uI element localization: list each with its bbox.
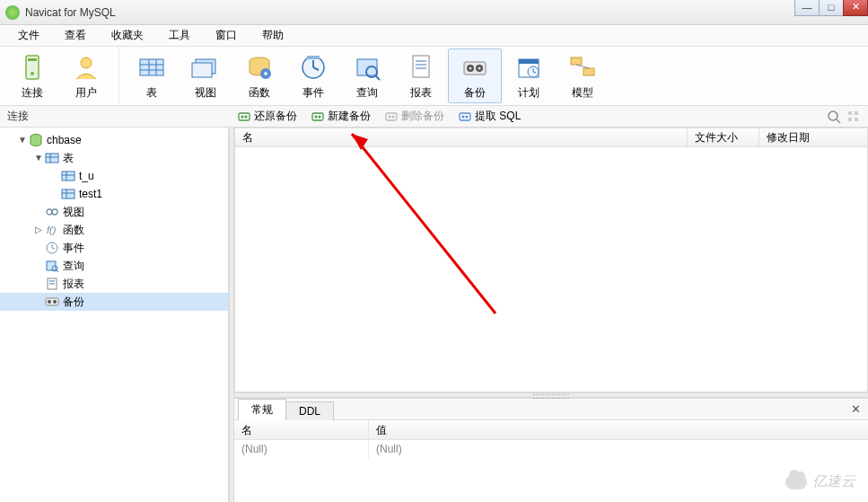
tabstrip: 常规 DDL ✕ bbox=[234, 399, 868, 420]
view-icon bbox=[189, 51, 222, 84]
tree-toggle-icon[interactable]: ▷ bbox=[34, 225, 43, 234]
model-icon bbox=[566, 51, 599, 84]
window-title: Navicat for MySQL bbox=[25, 6, 116, 19]
menubar: 文件 查看 收藏夹 工具 窗口 帮助 bbox=[0, 25, 868, 47]
toolbar-schedule-button[interactable]: 计划 bbox=[502, 48, 556, 103]
tree-item-report-leaf[interactable]: 报表 bbox=[0, 275, 228, 293]
toolbar-view-button[interactable]: 视图 bbox=[179, 48, 232, 103]
subbar-extract-sql-action[interactable]: 提取 SQL bbox=[455, 108, 524, 125]
tab-general[interactable]: 常规 bbox=[238, 399, 286, 420]
svg-point-65 bbox=[47, 209, 52, 215]
list-body bbox=[234, 147, 868, 392]
svg-point-42 bbox=[319, 115, 321, 118]
tree-item-table-leaf[interactable]: t_u bbox=[0, 167, 228, 185]
new-backup-icon bbox=[311, 110, 324, 123]
toolbar-label: 报表 bbox=[410, 85, 432, 101]
user-icon bbox=[70, 51, 102, 84]
menu-file[interactable]: 文件 bbox=[5, 25, 52, 46]
toolbar-model-button[interactable]: 模型 bbox=[556, 48, 609, 103]
tree-toggle-icon bbox=[34, 279, 43, 288]
toolbar-function-button[interactable]: 函数 bbox=[232, 48, 286, 103]
tree-item-label: 备份 bbox=[63, 295, 84, 310]
tree-toggle-icon bbox=[34, 243, 43, 252]
tree-toggle-icon bbox=[34, 207, 43, 216]
list-col-name[interactable]: 名 bbox=[235, 128, 688, 146]
list-col-size[interactable]: 文件大小 bbox=[688, 128, 759, 146]
toolbar-table-button[interactable]: 表 bbox=[125, 48, 179, 103]
subbar: 连接 还原备份新建备份删除备份提取 SQL bbox=[0, 106, 868, 128]
content: 名 文件大小 修改日期 常规 DDL ✕ 名 值 (Nul bbox=[234, 128, 868, 502]
tree-toggle-icon[interactable]: ▼ bbox=[18, 136, 27, 145]
query-leaf-icon bbox=[45, 259, 59, 273]
tree-item-database[interactable]: ▼chbase bbox=[0, 131, 228, 149]
toolbar-label: 查询 bbox=[356, 85, 378, 101]
svg-point-79 bbox=[48, 300, 51, 304]
toolbar-label: 表 bbox=[146, 85, 157, 101]
grid-view-icon[interactable] bbox=[846, 110, 861, 124]
svg-rect-43 bbox=[386, 113, 397, 120]
toolbar-backup-button[interactable]: 备份 bbox=[448, 48, 502, 103]
svg-rect-16 bbox=[307, 56, 320, 59]
tree-item-view-leaf[interactable]: 视图 bbox=[0, 203, 228, 221]
table-leaf-icon bbox=[61, 169, 75, 183]
svg-point-28 bbox=[478, 67, 481, 70]
bottom-col-name: 名 bbox=[234, 420, 369, 439]
tree-toggle-icon[interactable]: ▼ bbox=[34, 154, 43, 163]
close-button[interactable]: ✕ bbox=[843, 0, 868, 16]
svg-rect-46 bbox=[460, 113, 470, 120]
bottom-cell-name: (Null) bbox=[234, 440, 369, 460]
tables-icon bbox=[45, 151, 59, 165]
maximize-button[interactable]: □ bbox=[819, 0, 844, 16]
svg-rect-35 bbox=[583, 68, 594, 75]
menu-tools[interactable]: 工具 bbox=[156, 25, 203, 46]
window-controls: — □ ✕ bbox=[795, 0, 868, 16]
toolbar-label: 连接 bbox=[22, 85, 43, 101]
tab-close-icon[interactable]: ✕ bbox=[851, 402, 861, 416]
tree-item-table-leaf[interactable]: test1 bbox=[0, 185, 228, 203]
toolbar-user-button[interactable]: 用户 bbox=[59, 48, 113, 103]
minimize-button[interactable]: — bbox=[794, 0, 820, 16]
svg-rect-4 bbox=[140, 59, 163, 75]
schedule-icon bbox=[513, 51, 545, 84]
svg-point-39 bbox=[245, 115, 248, 118]
menu-help[interactable]: 帮助 bbox=[250, 25, 296, 46]
subbar-restore-action[interactable]: 还原备份 bbox=[234, 108, 301, 125]
tree-item-backup-leaf[interactable]: 备份 bbox=[0, 293, 228, 311]
bottom-grid: 名 值 (Null) (Null) bbox=[234, 420, 868, 502]
svg-point-45 bbox=[392, 115, 395, 118]
toolbar-event-button[interactable]: 事件 bbox=[286, 48, 340, 103]
toolbar-connection-button[interactable]: 连接 bbox=[5, 48, 59, 103]
svg-point-47 bbox=[462, 115, 465, 118]
toolbar-query-button[interactable]: 查询 bbox=[340, 48, 394, 103]
tree-item-func-leaf[interactable]: ▷f()函数 bbox=[0, 221, 228, 239]
table-leaf-icon bbox=[61, 187, 75, 201]
tree-item-query-leaf[interactable]: 查询 bbox=[0, 257, 228, 275]
list-col-date[interactable]: 修改日期 bbox=[759, 128, 867, 146]
tree-item-label: 函数 bbox=[63, 223, 84, 238]
delete-backup-icon bbox=[385, 110, 398, 123]
tree-item-tables[interactable]: ▼表 bbox=[0, 149, 228, 167]
menu-window[interactable]: 窗口 bbox=[203, 25, 250, 46]
tree-toggle-icon bbox=[50, 189, 59, 198]
backup-leaf-icon bbox=[45, 295, 59, 309]
toolbar-report-button[interactable]: 报表 bbox=[394, 48, 448, 103]
tree-item-event-leaf[interactable]: 事件 bbox=[0, 239, 228, 257]
tree-item-label: 视图 bbox=[63, 205, 84, 220]
tree-toggle-icon bbox=[50, 172, 59, 181]
toolbar-label: 计划 bbox=[518, 85, 539, 101]
menu-favorites[interactable]: 收藏夹 bbox=[99, 25, 156, 46]
sidebar: ▼chbase▼表t_utest1视图▷f()函数事件查询报表备份 bbox=[0, 128, 229, 502]
horizontal-splitter[interactable] bbox=[234, 392, 868, 398]
svg-text:f(): f() bbox=[47, 225, 57, 235]
search-icon[interactable] bbox=[827, 110, 841, 124]
svg-line-74 bbox=[57, 270, 58, 272]
extract-sql-icon bbox=[459, 110, 471, 123]
svg-point-66 bbox=[52, 209, 57, 215]
menu-view[interactable]: 查看 bbox=[52, 25, 99, 46]
bottom-panel: 常规 DDL ✕ 名 值 (Null) (Null) bbox=[234, 398, 868, 502]
toolbar: 连接用户 表视图函数事件查询报表备份计划模型 bbox=[0, 47, 868, 106]
subbar-delete-backup-action: 删除备份 bbox=[381, 108, 448, 125]
tab-ddl[interactable]: DDL bbox=[285, 401, 334, 420]
event-leaf-icon bbox=[45, 241, 59, 255]
subbar-new-backup-action[interactable]: 新建备份 bbox=[308, 108, 374, 125]
